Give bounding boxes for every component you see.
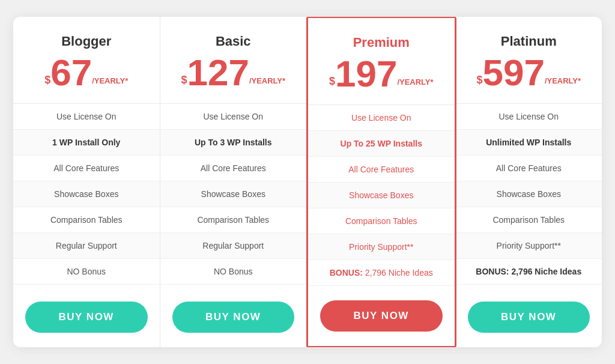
plan-header-platinum: Platinum$597/YEARLY* [456,17,602,104]
plan-col-blogger: Blogger$67/YEARLY*Use License On1 WP Ins… [13,17,160,347]
feature-row-platinum-4: Comparison Tables [456,207,602,233]
feature-row-premium-1: Up To 25 WP Installs [308,131,455,157]
plan-amount-blogger: 67 [50,54,92,91]
pricing-table: Blogger$67/YEARLY*Use License On1 WP Ins… [13,17,602,347]
feature-row-platinum-3: Showcase Boxes [456,181,602,207]
plan-name-platinum: Platinum [468,34,590,49]
plan-amount-platinum: 597 [482,54,544,91]
feature-row-basic-4: Comparison Tables [160,207,307,233]
feature-row-basic-0: Use License On [160,104,307,130]
plan-footer-basic: BUY NOW [160,287,307,347]
plan-dollar-blogger: $ [44,74,50,86]
feature-row-basic-6: NO Bonus [160,259,307,285]
plan-period-blogger: /YEARLY* [92,76,128,85]
plan-header-blogger: Blogger$67/YEARLY* [13,17,160,104]
buy-btn-premium[interactable]: BUY NOW [320,300,443,332]
bonus-value-premium: 2,796 Niche Ideas [363,268,433,278]
plan-name-basic: Basic [172,34,295,49]
plan-period-platinum: /YEARLY* [545,76,581,85]
feature-row-blogger-5: Regular Support [13,233,160,259]
plan-footer-premium: BUY NOW [308,286,455,346]
feature-row-premium-2: All Core Features [308,157,455,183]
plan-period-basic: /YEARLY* [249,76,285,85]
feature-row-premium-0: Use License On [308,105,455,131]
feature-row-premium-6: BONUS: 2,796 Niche Ideas [308,260,455,286]
plan-footer-blogger: BUY NOW [13,287,160,347]
plan-dollar-premium: $ [329,75,335,88]
feature-row-platinum-2: All Core Features [456,156,602,181]
feature-row-basic-2: All Core Features [160,156,307,181]
plan-name-premium: Premium [320,35,443,50]
feature-row-premium-3: Showcase Boxes [308,183,455,208]
bonus-value-platinum: 2,796 Niche Ideas [509,267,582,276]
feature-row-blogger-2: All Core Features [13,156,160,181]
feature-row-blogger-1: 1 WP Install Only [13,130,160,156]
plan-price-premium: $197/YEARLY* [320,55,443,93]
plan-dollar-basic: $ [181,74,187,86]
buy-btn-blogger[interactable]: BUY NOW [25,302,148,333]
plan-header-basic: Basic$127/YEARLY* [160,17,307,104]
feature-row-platinum-6: BONUS: 2,796 Niche Ideas [456,259,602,285]
feature-row-platinum-0: Use License On [456,104,602,130]
feature-row-premium-4: Comparison Tables [308,208,455,234]
feature-row-blogger-3: Showcase Boxes [13,181,160,207]
plan-amount-premium: 197 [335,55,397,93]
plan-period-premium: /YEARLY* [397,77,433,86]
feature-row-basic-5: Regular Support [160,233,307,259]
feature-row-platinum-1: Unlimited WP Installs [456,130,602,156]
buy-btn-platinum[interactable]: BUY NOW [468,302,590,333]
plan-features-basic: Use License OnUp To 3 WP InstallsAll Cor… [160,104,307,287]
feature-row-blogger-0: Use License On [13,104,160,130]
bonus-label-platinum: BONUS: [476,267,509,276]
feature-row-basic-1: Up To 3 WP Installs [160,130,307,156]
feature-row-premium-5: Priority Support** [308,234,455,260]
plan-footer-platinum: BUY NOW [456,287,602,347]
plan-header-premium: Premium$197/YEARLY* [308,18,455,105]
plan-price-platinum: $597/YEARLY* [468,54,590,91]
plan-features-premium: Use License OnUp To 25 WP InstallsAll Co… [308,105,455,286]
feature-row-platinum-5: Priority Support** [456,233,602,259]
plan-col-basic: Basic$127/YEARLY*Use License OnUp To 3 W… [160,17,308,347]
plan-price-blogger: $67/YEARLY* [25,54,148,91]
plan-price-basic: $127/YEARLY* [172,54,295,91]
plan-name-blogger: Blogger [25,34,148,49]
bonus-label-premium: BONUS: [330,268,363,278]
plan-features-platinum: Use License OnUnlimited WP InstallsAll C… [456,104,602,287]
plan-dollar-platinum: $ [476,74,482,86]
feature-row-blogger-6: NO Bonus [13,259,160,285]
plan-col-premium: Premium$197/YEARLY*Use License OnUp To 2… [306,17,456,347]
buy-btn-basic[interactable]: BUY NOW [172,302,295,333]
plan-features-blogger: Use License On1 WP Install OnlyAll Core … [13,104,160,287]
plan-col-platinum: Platinum$597/YEARLY*Use License OnUnlimi… [456,17,602,347]
feature-row-blogger-4: Comparison Tables [13,207,160,233]
feature-row-basic-3: Showcase Boxes [160,181,307,207]
plan-amount-basic: 127 [187,54,249,91]
